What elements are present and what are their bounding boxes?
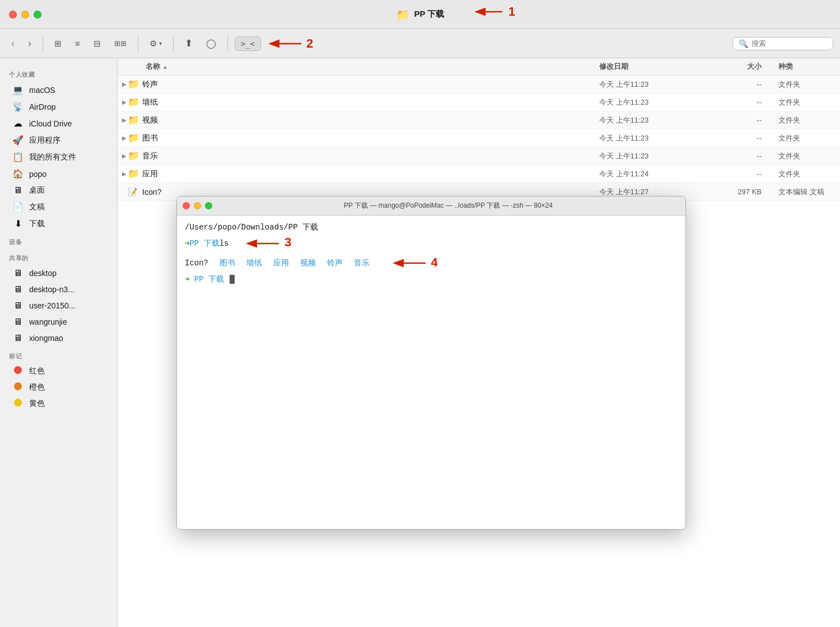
sidebar-item-downloads[interactable]: ⬇ 下载 bbox=[3, 216, 114, 232]
sidebar-item-desktop[interactable]: 🖥 桌面 bbox=[3, 183, 114, 198]
annotation-1-num: 1 bbox=[508, 4, 515, 19]
sidebar-item-shared-wang[interactable]: 🖥 wangrunjie bbox=[3, 314, 114, 330]
terminal-max-button[interactable] bbox=[205, 202, 212, 209]
col-type-header: 种类 bbox=[773, 62, 840, 72]
file-size-2: -- bbox=[717, 98, 773, 106]
sidebar-item-shared-desktop[interactable]: 🖥 desktop bbox=[3, 265, 114, 281]
folder-icon-2: 📁 bbox=[128, 96, 142, 108]
sidebar-item-apps[interactable]: 🚀 应用程序 bbox=[3, 132, 114, 148]
terminal-item-lingsheng: 铃声 bbox=[327, 257, 343, 269]
view-list-button[interactable]: ≡ bbox=[71, 36, 85, 50]
search-input[interactable] bbox=[752, 39, 824, 48]
toolbar: ‹ › ⊞ ≡ ⊟ ⊞⊞ ⚙ ▾ ⬆ ◯ >_< bbox=[0, 29, 840, 58]
share-icon: ⬆ bbox=[185, 38, 193, 49]
tag-orange-icon bbox=[12, 382, 24, 392]
allfiles-icon: 📋 bbox=[12, 152, 24, 162]
share-button[interactable]: ⬆ bbox=[180, 35, 197, 52]
table-row[interactable]: ▶ 📁 图书 今天 上午11:23 -- 文件夹 bbox=[118, 129, 840, 147]
sidebar-item-shared-user[interactable]: 🖥 user-20150... bbox=[3, 298, 114, 314]
terminal-body[interactable]: /Users/popo/Downloads/PP 下载 ➜ PP 下载 ls 3 bbox=[177, 216, 685, 529]
shared-desktop-icon: 🖥 bbox=[12, 268, 24, 278]
view-icon-button[interactable]: ⊞ bbox=[50, 36, 66, 51]
file-date-7: 今天 上午11:27 bbox=[594, 187, 717, 197]
terminal-folder-1: PP 下载 bbox=[189, 237, 219, 250]
terminal-window: PP 下载 — mango@PoPodeiMac — ..loads/PP 下载… bbox=[176, 196, 686, 530]
sidebar: 个人收藏 💻 macOS 📡 AirDrop ☁ iCloud Drive 🚀 … bbox=[0, 58, 118, 627]
sidebar-item-icloud[interactable]: ☁ iCloud Drive bbox=[3, 115, 114, 132]
terminal-item-shipin: 视频 bbox=[300, 257, 316, 269]
file-type-5: 文件夹 bbox=[773, 151, 840, 161]
sidebar-item-shared-xiong[interactable]: 🖥 xiongmao bbox=[3, 330, 114, 346]
folder-icon-3: 📁 bbox=[128, 114, 142, 126]
sidebar-item-tag-red[interactable]: 红色 bbox=[3, 363, 114, 379]
folder-icon: 📁 bbox=[396, 8, 410, 21]
file-date-3: 今天 上午11:23 bbox=[594, 115, 717, 125]
expand-icon-4: ▶ bbox=[118, 135, 128, 141]
annotation-2: 2 bbox=[268, 36, 313, 52]
folder-icon-1: 📁 bbox=[128, 78, 142, 90]
file-icon-7: 📝 bbox=[128, 188, 142, 196]
maximize-button[interactable] bbox=[34, 11, 41, 18]
close-button[interactable] bbox=[9, 11, 17, 18]
tag-button[interactable]: ◯ bbox=[202, 36, 221, 51]
file-size-7: 297 KB bbox=[717, 188, 773, 196]
annotation-3: 3 bbox=[245, 233, 291, 253]
table-row[interactable]: ▶ 📁 应用 今天 上午11:24 -- 文件夹 bbox=[118, 165, 840, 183]
desktop-icon: 🖥 bbox=[12, 185, 24, 195]
terminal-cursor bbox=[230, 275, 235, 284]
file-date-1: 今天 上午11:23 bbox=[594, 79, 717, 90]
view-gallery-button[interactable]: ⊞⊞ bbox=[110, 37, 131, 50]
sidebar-item-airdrop[interactable]: 📡 AirDrop bbox=[3, 99, 114, 115]
table-row[interactable]: ▶ 📁 音乐 今天 上午11:23 -- 文件夹 bbox=[118, 147, 840, 165]
sidebar-item-docs[interactable]: 📄 文稿 bbox=[3, 199, 114, 215]
terminal-close-button[interactable] bbox=[183, 202, 190, 209]
shared-wang-icon: 🖥 bbox=[12, 317, 24, 327]
file-name-6: 应用 bbox=[142, 169, 594, 179]
file-list-header: 名称 ▲ 修改日期 大小 种类 bbox=[118, 58, 840, 76]
separator-3 bbox=[173, 36, 174, 52]
sidebar-item-shared-desktop-n3[interactable]: 🖥 desktop-n3... bbox=[3, 282, 114, 297]
sidebar-item-tag-orange[interactable]: 橙色 bbox=[3, 380, 114, 395]
downloads-icon: ⬇ bbox=[12, 218, 24, 229]
sidebar-label-shared-desktop: desktop bbox=[29, 269, 57, 278]
view-column-button[interactable]: ⊟ bbox=[89, 36, 105, 51]
sidebar-item-macos[interactable]: 💻 macOS bbox=[3, 82, 114, 98]
terminal-min-button[interactable] bbox=[194, 202, 201, 209]
terminal-button[interactable]: >_< bbox=[235, 36, 261, 51]
table-row[interactable]: ▶ 📁 铃声 今天 上午11:23 -- 文件夹 bbox=[118, 76, 840, 93]
file-name-5: 音乐 bbox=[142, 151, 594, 161]
tag-yellow-icon bbox=[12, 399, 24, 409]
minimize-button[interactable] bbox=[21, 11, 29, 18]
title-bar: 📁 PP 下载 1 bbox=[0, 0, 840, 29]
shared-xiong-icon: 🖥 bbox=[12, 333, 24, 343]
action-gear-button[interactable]: ⚙ ▾ bbox=[145, 36, 166, 51]
separator-2 bbox=[138, 36, 138, 52]
sidebar-item-popo[interactable]: 🏠 popo bbox=[3, 166, 114, 182]
separator-1 bbox=[43, 36, 43, 52]
annotation-1: 1 bbox=[472, 3, 515, 20]
table-row[interactable]: ▶ 📁 墙纸 今天 上午11:23 -- 文件夹 bbox=[118, 93, 840, 111]
expand-icon-2: ▶ bbox=[118, 99, 128, 105]
table-row[interactable]: ▶ 📁 视频 今天 上午11:23 -- 文件夹 bbox=[118, 111, 840, 129]
search-box[interactable]: 🔍 bbox=[732, 37, 833, 50]
file-name-3: 视频 bbox=[142, 115, 594, 125]
file-name-1: 铃声 bbox=[142, 79, 594, 90]
col-name-header: 名称 ▲ bbox=[118, 62, 594, 72]
file-date-4: 今天 上午11:23 bbox=[594, 133, 717, 143]
file-size-1: -- bbox=[717, 80, 773, 88]
arrow4-svg bbox=[392, 255, 428, 271]
sidebar-label-apps: 应用程序 bbox=[29, 135, 60, 146]
file-type-7: 文本编辑 文稿 bbox=[773, 187, 840, 197]
nav-forward-button[interactable]: › bbox=[24, 35, 36, 52]
nav-back-button[interactable]: ‹ bbox=[7, 35, 19, 52]
terminal-folder-2: PP 下载 bbox=[194, 275, 224, 284]
sidebar-label-desktop: 桌面 bbox=[29, 185, 45, 195]
expand-icon-5: ▶ bbox=[118, 153, 128, 159]
apps-icon: 🚀 bbox=[12, 135, 24, 146]
sidebar-section-tags: 标记 bbox=[0, 347, 117, 363]
sidebar-item-allfiles[interactable]: 📋 我的所有文件 bbox=[3, 149, 114, 165]
sidebar-item-tag-yellow[interactable]: 黄色 bbox=[3, 396, 114, 411]
column-view-icon: ⊟ bbox=[94, 39, 101, 49]
sidebar-label-macos: macOS bbox=[29, 86, 55, 95]
terminal-title: PP 下载 — mango@PoPodeiMac — ..loads/PP 下载… bbox=[217, 201, 680, 210]
